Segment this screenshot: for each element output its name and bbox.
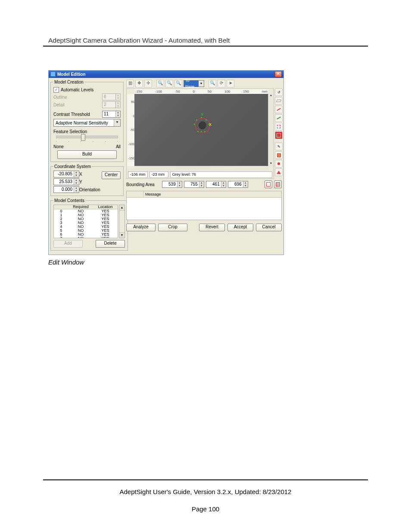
page-number: Page 100: [0, 505, 411, 513]
tool-grid-red-icon[interactable]: [275, 131, 283, 139]
sensitivity-combo[interactable]: Adaptive Normal Sensitivity ▼: [53, 119, 121, 127]
bounding-label: Bounding Area: [126, 182, 155, 187]
slider-right-label: All: [116, 144, 121, 149]
outline-label: Outline: [53, 95, 67, 100]
message-table: Message: [126, 191, 282, 220]
tool-refresh-icon[interactable]: ↺: [275, 88, 283, 96]
tool-pen-icon[interactable]: ✎: [275, 143, 283, 150]
tool-dot-icon[interactable]: [275, 160, 283, 168]
figure-screenshot: Model Edition ✕ Model Creation ✓ Automat…: [48, 70, 363, 266]
scroll-up-icon[interactable]: ▲: [119, 205, 125, 211]
pointer-icon[interactable]: ➤: [227, 80, 234, 87]
model-creation-group: Model Creation ✓ Automatic Levels Outlin…: [50, 80, 124, 162]
coordinate-system-group: Coordinate System -20.805 ▲▼ X 25: [50, 164, 124, 196]
scroll-down-icon[interactable]: ▼: [268, 162, 274, 166]
page-header-title: AdeptSight Camera Calibration Wizard - A…: [48, 37, 363, 44]
viewer-side-toolbar: ↺ ✎: [275, 88, 282, 179]
table-row[interactable]: 7NOYES: [54, 236, 118, 238]
tool-eraser-icon[interactable]: [275, 97, 283, 105]
bounding-v4[interactable]: 696 ▲▼: [228, 181, 248, 188]
automatic-levels-checkbox[interactable]: ✓: [53, 87, 59, 93]
model-edition-window: Model Edition ✕ Model Creation ✓ Automat…: [48, 70, 284, 255]
status-x: -106 mm: [128, 171, 148, 178]
bounding-grid2-icon[interactable]: [274, 180, 282, 188]
header-rule: [43, 46, 368, 47]
bounding-grid1-icon[interactable]: [265, 180, 272, 188]
build-button[interactable]: Build: [57, 150, 117, 159]
coord-y-label: Y: [79, 180, 84, 184]
tool-line-red-icon[interactable]: [275, 106, 283, 113]
close-icon[interactable]: ✕: [275, 71, 282, 77]
viewer-panel: -150-100 -500 50100 150mm 50 0 -50 -100 …: [126, 88, 274, 179]
zoom-100-icon[interactable]: 🔍: [165, 80, 173, 87]
coord-x-spinner[interactable]: -20.805 ▲▼: [53, 171, 79, 177]
table-scrollbar[interactable]: ▲ ▼: [119, 205, 125, 238]
scroll-up-icon[interactable]: ▲: [268, 94, 274, 98]
bounding-v3[interactable]: 461 ▲▼: [206, 181, 226, 188]
tool-line-green-icon[interactable]: [275, 114, 283, 122]
message-col-index: [127, 191, 143, 197]
bounding-area-row: Bounding Area 539 ▲▼ 755 ▲▼ 461 ▲▼: [126, 180, 282, 188]
zoom-out-icon[interactable]: 🔍: [174, 80, 182, 87]
table-cell: 7: [54, 236, 68, 238]
footer-text: AdeptSight User's Guide, Version 3.2.x, …: [0, 488, 411, 495]
coordinate-system-legend: Coordinate System: [53, 164, 92, 169]
model-contents-group: Model Contents Required Location 0NOYES1…: [50, 198, 128, 251]
tool-rect-icon[interactable]: [275, 151, 283, 159]
model-creation-legend: Model Creation: [53, 80, 84, 84]
viewer-scrollbar-vertical[interactable]: ▲ ▼: [268, 94, 274, 166]
delete-button[interactable]: Delete: [96, 240, 125, 248]
status-y: -23 mm: [149, 171, 168, 178]
chevron-down-icon[interactable]: ▼: [114, 119, 120, 126]
layout-icon[interactable]: ▥: [126, 80, 134, 87]
contrast-spinner[interactable]: 11 ▲▼: [102, 111, 121, 118]
coord-y-spinner[interactable]: 25.533 ▲▼: [53, 178, 79, 185]
center-button[interactable]: Center: [102, 171, 121, 179]
image-canvas[interactable]: X Y: [134, 94, 268, 166]
bounding-v2[interactable]: 755 ▲▼: [184, 181, 204, 188]
zoom-in-icon[interactable]: 🔍: [156, 80, 164, 87]
feature-selection-label: Feature Selection: [53, 129, 121, 134]
figure-caption: Edit Window: [48, 258, 363, 266]
app-icon: [50, 72, 56, 77]
slider-thumb-icon[interactable]: [81, 134, 85, 141]
viewer-status-bar: -106 mm -23 mm Grey level: 76: [127, 171, 273, 178]
coord-x-label: X: [79, 172, 84, 177]
titlebar[interactable]: Model Edition ✕: [49, 71, 283, 78]
axis-y-label: Y: [201, 112, 203, 117]
revert-button[interactable]: Revert: [199, 224, 225, 231]
status-grey: Grey level: 76: [170, 171, 272, 178]
detail-spinner: 2 ▲▼: [102, 101, 121, 108]
model-contents-table[interactable]: Required Location 0NOYES1NOYES2NOYES3NOY…: [53, 205, 118, 238]
zoom-region-icon[interactable]: 🔍: [209, 80, 216, 87]
contrast-label: Contrast Threshold: [53, 112, 90, 117]
scroll-down-icon[interactable]: ▼: [119, 232, 125, 238]
crop-button[interactable]: Crop: [158, 224, 187, 231]
accept-button[interactable]: Accept: [227, 224, 253, 231]
model-target-overlay[interactable]: X Y: [195, 118, 209, 131]
table-cell: NO: [68, 236, 93, 238]
rotate-icon[interactable]: ⟳: [218, 80, 225, 87]
zoom-mode-combo[interactable]: To Page ▼: [184, 80, 204, 87]
message-col-header: Message: [143, 191, 281, 197]
coord-orient-label: Orientation: [79, 187, 100, 192]
tool-target-icon[interactable]: [275, 123, 283, 131]
add-button: Add: [53, 240, 83, 248]
pan-icon[interactable]: ✢: [144, 80, 152, 87]
viewer-scrollbar-horizontal[interactable]: [134, 166, 268, 171]
tool-triangle-icon[interactable]: [275, 168, 283, 176]
slider-ticks: ······: [56, 139, 118, 143]
bounding-v1[interactable]: 539 ▲▼: [162, 181, 182, 188]
cancel-button[interactable]: Cancel: [256, 224, 282, 231]
chevron-down-icon[interactable]: ▼: [199, 81, 204, 87]
tool-a-icon[interactable]: ✥: [135, 80, 143, 87]
model-contents-legend: Model Contents: [53, 198, 85, 203]
coord-orient-spinner[interactable]: 0.000 ▲▼: [53, 186, 79, 193]
feature-selection-slider[interactable]: [56, 136, 118, 138]
viewer-toolbar: ▥ ✥ ✢ 🔍 🔍 🔍 To Page ▼ 🔍 ⟳: [126, 80, 282, 87]
axis-x-label: X: [209, 122, 212, 127]
table-cell: YES: [93, 236, 118, 238]
window-title: Model Edition: [57, 72, 86, 77]
handles-icon: [195, 118, 209, 131]
analyze-button[interactable]: Analyze: [126, 224, 156, 231]
